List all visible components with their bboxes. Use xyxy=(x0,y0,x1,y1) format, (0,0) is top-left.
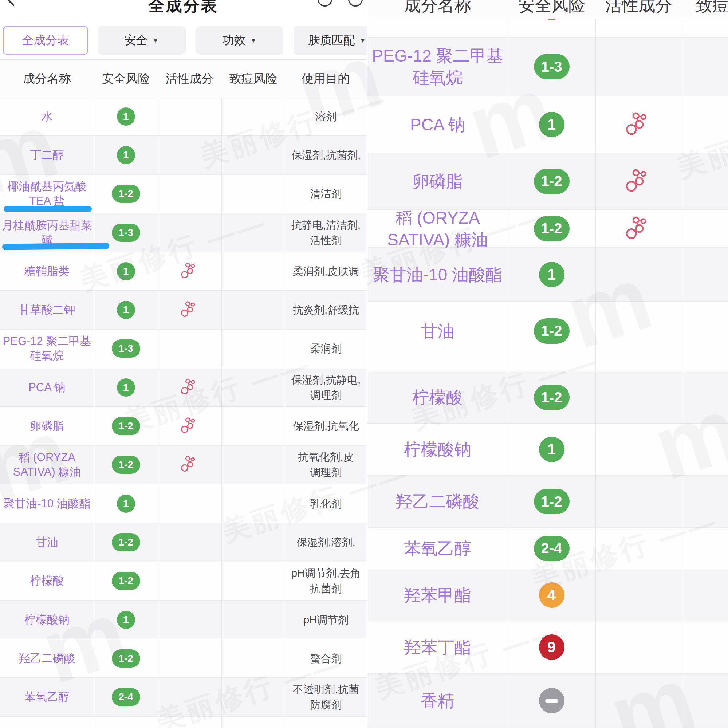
table-row[interactable]: 香精 xyxy=(367,674,728,728)
usage-purpose-cell: pH调节剂,去角抗菌剂 xyxy=(286,562,366,600)
active-ingredient-cell xyxy=(595,621,682,673)
ingredient-name[interactable]: PCA 钠 xyxy=(0,368,94,407)
table-row[interactable]: PEG-12 聚二甲基硅氧烷1-3 xyxy=(367,38,728,96)
filter-skin-match[interactable]: 肤质匹配 ▼ xyxy=(294,26,367,55)
column-header-acne-risk: 致痘风险 xyxy=(682,0,728,17)
safety-risk-cell: 1-2 xyxy=(94,407,158,445)
risk-level-badge: 1 xyxy=(117,146,135,164)
risk-level-badge: 1-2 xyxy=(534,168,570,194)
molecule-icon xyxy=(625,110,653,139)
safety-risk-cell: 1-2 xyxy=(508,476,595,527)
molecule-icon xyxy=(625,167,653,196)
filter-skin-label: 肤质匹配 xyxy=(309,32,355,49)
ingredient-name[interactable]: 稻 (ORYZASATIVA) 糠油 xyxy=(0,446,94,484)
active-ingredient-cell xyxy=(595,301,682,371)
ingredient-name[interactable]: 柠檬酸钠 xyxy=(0,601,94,639)
table-row[interactable]: 柠檬酸1-2pH调节剂,去角抗菌剂 xyxy=(0,562,367,601)
safety-risk-cell: 1-2 xyxy=(94,446,158,484)
safety-risk-cell: 1 xyxy=(94,368,158,407)
table-row[interactable]: 柠檬酸1-2 xyxy=(367,372,728,424)
table-row[interactable]: 丁二醇1保湿剂,抗菌剂, xyxy=(0,136,367,174)
table-row[interactable]: PCA 钠1 xyxy=(367,96,728,153)
safety-risk-cell: 1 xyxy=(94,252,158,290)
ingredient-name[interactable]: 羟乙二磷酸 xyxy=(367,476,508,527)
ingredient-name[interactable]: 稻 (ORYZASATIVA) 糠油 xyxy=(367,210,508,247)
ingredient-name[interactable]: 柠檬酸 xyxy=(367,372,508,423)
active-ingredient-cell xyxy=(595,38,682,96)
table-row[interactable]: 苯氧乙醇2-4不透明剂,抗菌防腐剂 xyxy=(0,678,367,716)
safety-risk-cell: 1 xyxy=(94,601,158,639)
column-header-active: 活性成分 xyxy=(158,60,222,98)
table-row[interactable]: 糖鞘脂类1 柔润剂,皮肤调 xyxy=(0,252,367,291)
ingredient-name[interactable]: 香精 xyxy=(367,674,508,728)
table-row[interactable]: 柠檬酸钠1 xyxy=(367,424,728,476)
ingredient-name[interactable]: 柠檬酸钠 xyxy=(367,424,508,475)
column-header-acne-risk: 致痘风险 xyxy=(222,60,285,98)
table-row[interactable]: 稻 (ORYZASATIVA) 糠油1-2 抗氧化剂,皮调理剂 xyxy=(0,446,367,484)
risk-level-badge: 1-2 xyxy=(534,489,570,514)
risk-level-badge: 1 xyxy=(539,112,564,137)
table-row[interactable]: 水1溶剂 xyxy=(0,97,367,136)
risk-level-badge: 1-2 xyxy=(112,456,140,474)
filter-all-ingredients[interactable]: 全成分表 xyxy=(3,26,88,55)
column-divider xyxy=(595,0,596,728)
ingredient-name[interactable]: 糖鞘脂类 xyxy=(0,252,94,290)
table-row[interactable]: 稻 (ORYZASATIVA) 糠油1-2 xyxy=(367,210,728,248)
risk-level-badge: 1 xyxy=(539,262,564,288)
usage-purpose-cell: 螯合剂 xyxy=(286,639,366,678)
ingredient-name[interactable]: PCA 钠 xyxy=(367,96,508,153)
ingredient-name[interactable]: 苯氧乙醇 xyxy=(0,678,94,716)
ingredient-name[interactable]: 卵磷脂 xyxy=(367,153,508,210)
column-header-safety-risk: 安全风险 xyxy=(508,0,595,17)
table-row[interactable]: 聚甘油-10 油酸酯1乳化剂 xyxy=(0,484,367,523)
risk-level-badge: 1 xyxy=(117,301,135,319)
table-row[interactable]: 柠檬酸钠1pH调节剂 xyxy=(0,601,367,639)
table-row[interactable]: 甘油1-2 xyxy=(367,301,728,372)
usage-purpose-cell: 柔润剂 xyxy=(286,330,366,368)
ingredient-name[interactable]: 柠檬酸 xyxy=(0,562,94,600)
table-row[interactable]: 卵磷脂1-2 保湿剂,抗氧化 xyxy=(0,407,367,445)
table-row[interactable]: PCA 钠1 保湿剂,抗静电,调理剂 xyxy=(0,368,367,407)
risk-level-badge: 1-2 xyxy=(112,417,140,435)
usage-purpose-cell: 抗炎剂,舒缓抗 xyxy=(286,291,366,329)
safety-risk-cell: 1 xyxy=(508,424,595,475)
ingredient-name[interactable]: 甘油 xyxy=(367,291,508,371)
column-header-active: 活性成分 xyxy=(595,0,682,17)
ingredient-name[interactable]: 甘草酸二钾 xyxy=(0,291,94,329)
safety-risk-cell: 2-4 xyxy=(508,528,595,569)
ingredient-name[interactable]: 水 xyxy=(0,97,94,136)
table-row[interactable]: 羟乙二磷酸1-2螯合剂 xyxy=(0,639,367,678)
table-row[interactable]: 甘草酸二钾1 抗炎剂,舒缓抗 xyxy=(0,291,367,329)
table-row[interactable]: 羟苯甲酯4 xyxy=(367,569,728,621)
ingredient-name[interactable]: PEG-12 聚二甲基硅氧烷 xyxy=(0,330,94,368)
ingredient-name[interactable]: 卵磷脂 xyxy=(0,407,94,445)
filter-efficacy[interactable]: 功效 ▼ xyxy=(196,26,283,55)
ingredient-name[interactable]: 苯氧乙醇 xyxy=(367,528,508,569)
chevron-down-icon: ▼ xyxy=(152,37,159,44)
active-ingredient-cell xyxy=(158,252,222,290)
usage-purpose-cell: 柔润剂,皮肤调 xyxy=(286,252,366,290)
table-row[interactable]: 羟乙二磷酸1-2 xyxy=(367,476,728,528)
filter-safety[interactable]: 安全 ▼ xyxy=(98,26,186,55)
active-ingredient-cell xyxy=(158,175,222,213)
ingredient-name[interactable]: 羟苯丁酯 xyxy=(367,621,508,673)
risk-level-badge: 1 xyxy=(117,262,135,280)
ingredient-name[interactable]: 丁二醇 xyxy=(0,136,94,174)
ingredient-name[interactable]: 羟苯甲酯 xyxy=(367,569,508,621)
table-row[interactable]: 甘油1-2保湿剂,溶剂, xyxy=(0,523,367,561)
safety-risk-cell: 1-2 xyxy=(94,175,158,213)
ingredient-name[interactable]: 羟乙二磷酸 xyxy=(0,639,94,678)
active-ingredient-cell xyxy=(158,484,222,523)
risk-level-badge: 1-3 xyxy=(534,54,570,80)
table-row[interactable]: 羟苯丁酯9 xyxy=(367,621,728,674)
column-header-purpose: 使用目的 xyxy=(285,60,367,98)
table-row[interactable]: 苯氧乙醇2-4 xyxy=(367,528,728,569)
ingredient-name[interactable]: PEG-12 聚二甲基硅氧烷 xyxy=(367,38,508,96)
ingredient-name[interactable]: 甘油 xyxy=(0,523,94,561)
safety-risk-cell: 1-2 xyxy=(94,639,158,678)
table-row[interactable]: PEG-12 聚二甲基硅氧烷1-3柔润剂 xyxy=(0,330,367,368)
column-divider xyxy=(682,0,682,728)
table-row[interactable]: 卵磷脂1-2 xyxy=(367,153,728,210)
usage-purpose-cell: 抗静电,清洁剂,活性剂 xyxy=(286,213,366,252)
ingredient-name[interactable]: 聚甘油-10 油酸酯 xyxy=(0,484,94,523)
